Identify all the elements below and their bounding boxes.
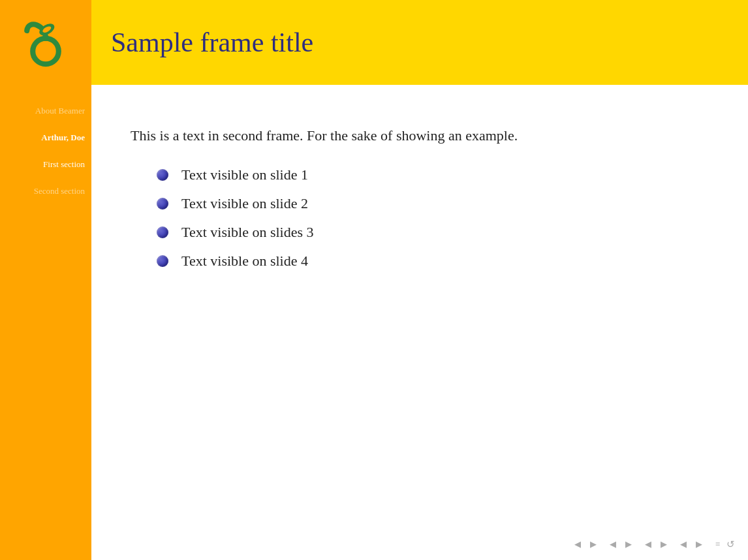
- intro-paragraph: This is a text in second frame. For the …: [131, 124, 709, 147]
- list-item: Text visible on slide 2: [157, 195, 709, 212]
- footer-nav: ◀ ▶ ◀ ▶ ◀ ▶ ◀ ▶ ≡ ↺: [572, 538, 735, 551]
- nav-next-3-button[interactable]: ▶: [658, 538, 670, 551]
- nav-next-1-button[interactable]: ▶: [587, 538, 599, 551]
- bullet-dot-icon: [157, 255, 168, 267]
- svg-point-0: [33, 39, 59, 65]
- sidebar: About Beamer Arthur, Doe First section S…: [0, 85, 91, 560]
- sidebar-item-first-section[interactable]: First section: [0, 151, 91, 178]
- nav-refresh-button[interactable]: ↺: [726, 538, 735, 550]
- bullet-dot-icon: [157, 169, 168, 181]
- nav-menu-button[interactable]: ≡: [713, 538, 723, 551]
- bullet-dot-icon: [157, 226, 168, 238]
- list-item: Text visible on slides 3: [157, 224, 709, 241]
- sidebar-item-second-section[interactable]: Second section: [0, 178, 91, 205]
- sidebar-item-about-beamer[interactable]: About Beamer: [0, 98, 91, 125]
- main-content: This is a text in second frame. For the …: [91, 85, 748, 560]
- nav-prev-3-button[interactable]: ◀: [642, 538, 654, 551]
- nav-prev-1-button[interactable]: ◀: [572, 538, 584, 551]
- body-layout: About Beamer Arthur, Doe First section S…: [0, 85, 748, 560]
- nav-prev-2-button[interactable]: ◀: [607, 538, 619, 551]
- beamer-logo-icon: [16, 13, 75, 72]
- bullet-dot-icon: [157, 198, 168, 210]
- list-item: Text visible on slide 4: [157, 253, 709, 270]
- nav-next-4-button[interactable]: ▶: [693, 538, 705, 551]
- header-title-area: Sample frame title: [91, 27, 748, 58]
- nav-next-2-button[interactable]: ▶: [623, 538, 634, 551]
- nav-prev-4-button[interactable]: ◀: [678, 538, 689, 551]
- slide-title: Sample frame title: [111, 27, 313, 57]
- header: Sample frame title: [0, 0, 748, 85]
- bullet-list: Text visible on slide 1 Text visible on …: [131, 166, 709, 270]
- sidebar-item-arthur-doe[interactable]: Arthur, Doe: [0, 125, 91, 151]
- logo-area: [0, 0, 91, 85]
- list-item: Text visible on slide 1: [157, 166, 709, 183]
